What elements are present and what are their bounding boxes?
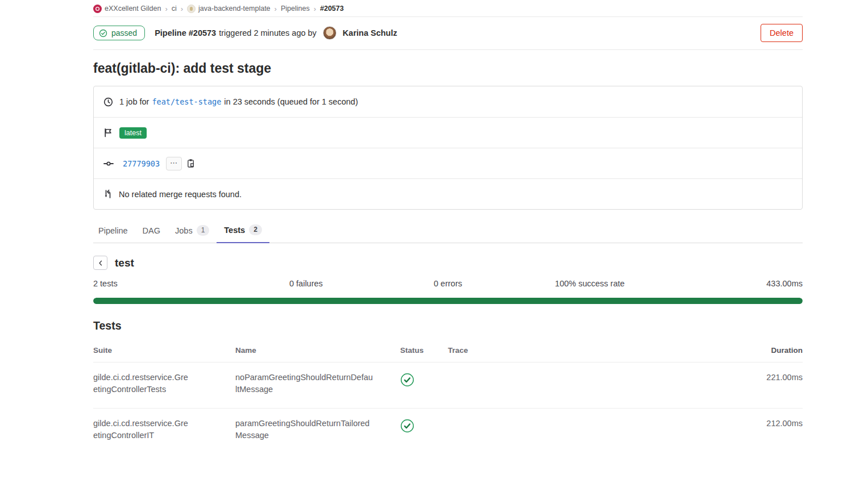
breadcrumb-pipelines-link[interactable]: Pipelines [281,5,310,13]
chevron-right-icon: › [181,5,183,13]
test-row: gilde.ci.cd.restservice.GreetingControll… [93,408,803,454]
test-name-cell: noParamGreetingShouldReturnDefaultMessag… [235,372,375,395]
job-duration-text: in 23 seconds (queued for 1 second) [224,97,358,106]
tests-count-badge: 2 [249,224,262,235]
flag-icon [103,128,113,138]
merge-request-row: No related merge requests found. [94,178,802,209]
breadcrumb-subgroup-label: ci [172,5,177,13]
pipeline-status-badge[interactable]: passed [93,26,145,40]
breadcrumb: eXXcellent Gilden › ci › java-backend-te… [93,0,803,17]
summary-failures: 0 failures [235,279,377,288]
success-progress-bar [93,298,803,304]
column-status: Status [400,346,448,355]
clipboard-icon [186,159,195,168]
summary-success-rate: 100% success rate [519,279,661,288]
pipeline-trigger-info: Pipeline #20573 triggered 2 minutes ago … [155,26,397,40]
pipeline-status-label: passed [111,28,137,38]
author-name[interactable]: Karina Schulz [343,28,397,38]
branch-ref-link[interactable]: feat/test-stage [152,97,221,106]
commit-sha-link[interactable]: 27779903 [123,159,160,168]
column-name: Name [235,346,400,355]
test-row: gilde.ci.cd.restservice.GreetingControll… [93,363,803,408]
pipeline-info-box: 1 job for feat/test-stage in 23 seconds … [93,86,803,210]
no-merge-requests-text: No related merge requests found. [119,190,242,199]
project-avatar [187,5,196,13]
summary-errors: 0 errors [377,279,519,288]
breadcrumb-subgroup-link[interactable]: ci [172,5,177,13]
test-name-cell: paramGreetingShouldReturnTailoredMessage [235,418,375,441]
test-duration-cell: 221.00ms [729,372,803,384]
commit-title: feat(gitlab-ci): add test stage [93,61,803,76]
suite-name-heading: test [115,257,134,269]
tab-pipeline-label: Pipeline [98,226,128,235]
breadcrumb-project-label: java-backend-template [198,5,270,13]
group-avatar [93,5,102,13]
chevron-left-icon [97,260,104,266]
author-avatar[interactable] [323,26,337,40]
breadcrumb-current-pipeline: #20573 [320,5,344,13]
test-status-cell [400,418,448,436]
breadcrumb-group-label: eXXcellent Gilden [105,5,161,13]
test-success-icon [400,373,414,387]
chevron-right-icon: › [275,5,277,13]
commit-row: 27779903 ⋯ [94,148,802,178]
merge-request-icon [103,189,113,199]
pipeline-id: Pipeline #20573 [155,28,216,38]
pipeline-page: eXXcellent Gilden › ci › java-backend-te… [93,0,803,454]
column-duration: Duration [729,346,803,355]
tests-section-heading: Tests [93,319,803,332]
pipeline-tabs: Pipeline DAG Jobs 1 Tests 2 [93,219,803,243]
chevron-right-icon: › [314,5,316,13]
tests-table: Suite Name Status Trace Duration gilde.c… [93,341,803,454]
tab-dag-label: DAG [143,226,160,235]
breadcrumb-project-link[interactable]: java-backend-template [187,5,270,13]
test-suite-header: test [93,256,803,270]
pipeline-status-bar: passed Pipeline #20573 triggered 2 minut… [93,17,803,50]
latest-badge[interactable]: latest [119,127,147,139]
jobs-count-badge: 1 [197,225,210,236]
breadcrumb-pipelines-label: Pipelines [281,5,310,13]
chevron-right-icon: › [165,5,167,13]
tab-jobs-label: Jobs [175,226,193,235]
test-status-cell [400,372,448,390]
test-suite-cell: gilde.ci.cd.restservice.GreetingControll… [93,372,190,395]
test-suite-cell: gilde.ci.cd.restservice.GreetingControll… [93,418,190,441]
tab-pipeline[interactable]: Pipeline [93,219,135,243]
copy-sha-button[interactable] [186,159,195,168]
tab-tests-label: Tests [224,226,245,235]
back-button[interactable] [93,256,107,270]
test-success-icon [400,419,414,433]
suite-summary: 2 tests 0 failures 0 errors 100% success… [93,279,803,288]
check-circle-icon [99,29,107,38]
latest-tag-row: latest [94,117,802,148]
column-suite: Suite [93,346,235,355]
tab-dag[interactable]: DAG [135,219,168,243]
summary-duration: 433.00ms [661,279,803,288]
commit-icon [103,159,114,168]
tab-tests[interactable]: Tests 2 [217,219,269,243]
expand-commit-button[interactable]: ⋯ [166,157,182,170]
breadcrumb-group-link[interactable]: eXXcellent Gilden [93,5,161,13]
job-count-text: 1 job for [119,97,149,106]
column-trace: Trace [448,346,729,355]
clock-icon [103,97,113,107]
tab-jobs[interactable]: Jobs 1 [168,219,217,243]
delete-pipeline-button[interactable]: Delete [761,24,803,42]
test-duration-cell: 212.00ms [729,418,803,430]
trigger-text: triggered 2 minutes ago by [219,28,317,38]
job-duration-row: 1 job for feat/test-stage in 23 seconds … [94,86,802,117]
success-progress-fill [93,298,803,304]
summary-tests: 2 tests [93,279,235,288]
tests-table-header: Suite Name Status Trace Duration [93,341,803,363]
